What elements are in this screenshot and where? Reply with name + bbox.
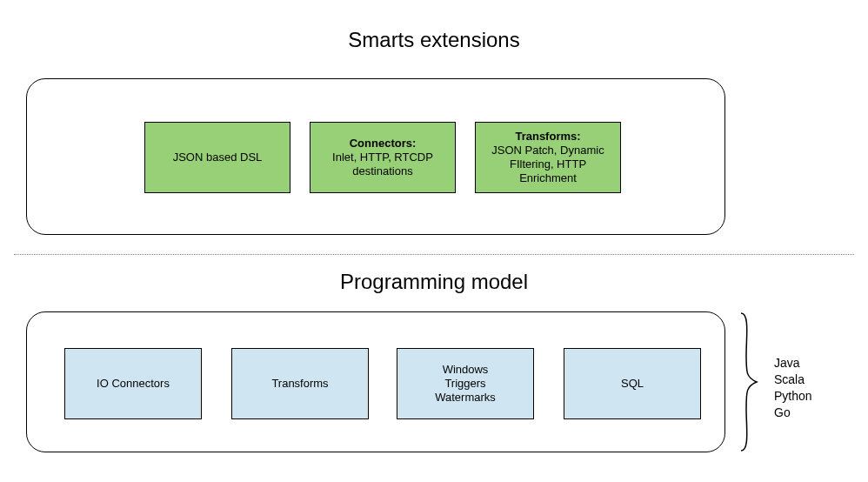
box-detail: JSON Patch, Dynamic FIltering, HTTP Enri… (481, 144, 615, 186)
section-title-top: Smarts extensions (0, 28, 868, 52)
box-connectors: Connectors: Inlet, HTTP, RTCDP destinati… (310, 122, 456, 193)
box-label: Transforms (271, 377, 328, 391)
box-heading: Transforms: (515, 130, 580, 144)
curly-brace-icon (736, 311, 762, 452)
box-transforms: Transforms: JSON Patch, Dynamic FIlterin… (475, 122, 621, 193)
box-detail: Inlet, HTTP, RTCDP destinations (316, 151, 450, 179)
box-heading: Connectors: (350, 137, 417, 151)
box-windows-triggers-watermarks: Windows Triggers Watermarks (397, 348, 534, 419)
section-title-bottom: Programming model (0, 270, 868, 294)
box-json-dsl: JSON based DSL (144, 122, 290, 193)
language-item: Java (774, 355, 812, 372)
language-item: Python (774, 388, 812, 405)
language-item: Go (774, 405, 812, 421)
box-io-connectors: IO Connectors (64, 348, 202, 419)
box-line: Windows (443, 363, 489, 377)
language-item: Scala (774, 372, 812, 388)
box-transforms-pm: Transforms (231, 348, 369, 419)
language-list: Java Scala Python Go (774, 355, 812, 421)
box-sql: SQL (564, 348, 701, 419)
section-divider (14, 254, 854, 255)
box-line: Triggers (444, 377, 485, 391)
box-label: JSON based DSL (173, 151, 263, 164)
box-label: SQL (621, 377, 644, 391)
box-label: IO Connectors (97, 377, 170, 391)
box-line: Watermarks (435, 391, 496, 405)
